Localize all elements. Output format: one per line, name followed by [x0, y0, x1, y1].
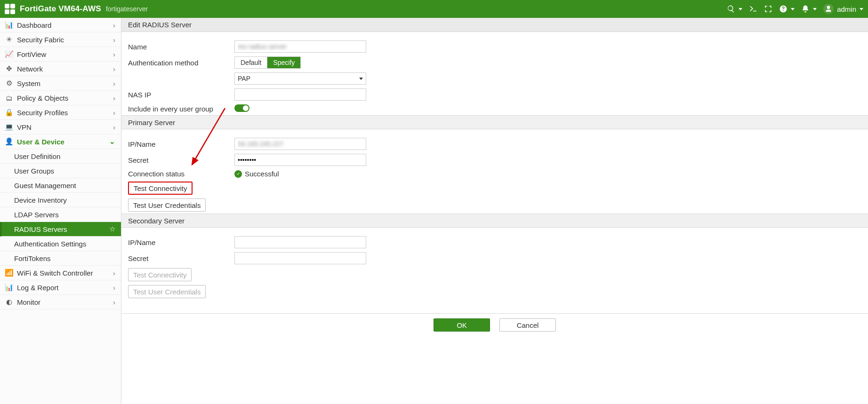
user-menu[interactable]: admin — [823, 4, 863, 14]
success-check-icon — [234, 170, 242, 178]
network-icon: ✥ — [5, 64, 13, 73]
sidebar-sub-label: Guest Management — [14, 182, 76, 190]
sidebar-label: FortiView — [17, 50, 109, 58]
sidebar-label: Monitor — [17, 298, 109, 306]
dashboard-icon: 📊 — [5, 21, 13, 29]
search-icon[interactable] — [727, 5, 742, 13]
chevron-right-icon: › — [113, 65, 115, 73]
sidebar-item-vpn[interactable]: 💻 VPN › — [0, 120, 121, 135]
wifi-icon: 📶 — [5, 269, 13, 277]
sidebar-item-system[interactable]: ⚙ System › — [0, 76, 121, 91]
sidebar-item-policy[interactable]: 🗂 Policy & Objects › — [0, 91, 121, 105]
sidebar-sub-radius-servers[interactable]: RADIUS Servers ☆ — [0, 222, 121, 237]
primary-conn-status-value: Successful — [234, 170, 385, 178]
lock-icon: 🔒 — [5, 108, 13, 117]
favorite-star-icon[interactable]: ☆ — [109, 225, 115, 233]
secondary-ip-label: IP/Name — [128, 238, 232, 246]
primary-secret-input[interactable] — [234, 154, 366, 166]
chevron-right-icon: › — [113, 79, 115, 87]
primary-server-header: Primary Server — [121, 115, 868, 129]
sidebar-sub-ldap-servers[interactable]: LDAP Servers — [0, 207, 121, 222]
secondary-test-connectivity-button[interactable]: Test Connectivity — [128, 268, 192, 281]
sidebar-label: Policy & Objects — [17, 94, 109, 102]
laptop-icon: 💻 — [5, 123, 13, 131]
sidebar-label: Security Fabric — [17, 36, 109, 44]
sidebar-item-security-profiles[interactable]: 🔒 Security Profiles › — [0, 105, 121, 120]
sidebar-sub-guest-management[interactable]: Guest Management — [0, 178, 121, 193]
product-name: FortiGate VM64-AWS — [20, 4, 101, 14]
auth-method-specify[interactable]: Specify — [267, 57, 300, 68]
sidebar-item-wifi[interactable]: 📶 WiFi & Switch Controller › — [0, 266, 121, 280]
nas-ip-label: NAS IP — [128, 91, 232, 99]
sidebar-sub-label: User Groups — [14, 167, 54, 175]
auth-method-default[interactable]: Default — [235, 57, 267, 68]
chevron-right-icon: › — [113, 36, 115, 44]
sidebar-sub-label: FortiTokens — [14, 254, 51, 262]
sidebar-sub-label: Device Inventory — [14, 196, 67, 204]
chevron-right-icon: › — [113, 50, 115, 58]
sidebar-sub-label: LDAP Servers — [14, 211, 59, 219]
chevron-right-icon: › — [113, 109, 115, 117]
chart-icon: 📈 — [5, 50, 13, 58]
gear-icon: ⚙ — [5, 79, 13, 87]
fullscreen-icon[interactable] — [764, 5, 772, 13]
chevron-right-icon: › — [113, 123, 115, 131]
sidebar-item-user-device[interactable]: 👤 User & Device ⌄ — [0, 135, 121, 149]
hostname: fortigateserver — [106, 5, 148, 13]
primary-ip-label: IP/Name — [128, 140, 232, 148]
sidebar-label: Log & Report — [17, 284, 109, 292]
sidebar-label: VPN — [17, 123, 109, 131]
page-title: Edit RADIUS Server — [121, 18, 868, 32]
secondary-test-user-button[interactable]: Test User Credentials — [128, 285, 206, 298]
bar-chart-icon: 📊 — [5, 283, 13, 292]
sidebar-item-fortiview[interactable]: 📈 FortiView › — [0, 47, 121, 62]
sidebar-sub-label: User Definition — [14, 152, 60, 160]
name-input[interactable] — [234, 40, 366, 53]
avatar-icon — [823, 4, 834, 14]
cancel-button[interactable]: Cancel — [499, 318, 556, 332]
primary-test-user-button[interactable]: Test User Credentials — [128, 198, 206, 212]
policy-icon: 🗂 — [5, 94, 13, 102]
primary-secret-label: Secret — [128, 156, 232, 164]
sidebar-label: Security Profiles — [17, 109, 109, 117]
topbar-actions: admin — [727, 4, 863, 14]
sidebar-sub-fortitokens[interactable]: FortiTokens — [0, 251, 121, 266]
fortinet-logo-icon — [5, 4, 15, 14]
secondary-secret-input[interactable] — [234, 252, 366, 264]
cli-icon[interactable] — [749, 5, 757, 13]
sidebar-label: Dashboard — [17, 21, 109, 29]
sidebar-item-dashboard[interactable]: 📊 Dashboard › — [0, 18, 121, 32]
primary-ip-input[interactable] — [234, 138, 366, 150]
chevron-right-icon: › — [113, 298, 115, 306]
sidebar-label: WiFi & Switch Controller — [17, 269, 109, 277]
sidebar-item-network[interactable]: ✥ Network › — [0, 62, 121, 76]
user-icon: 👤 — [5, 137, 13, 146]
secondary-server-header: Secondary Server — [121, 214, 868, 228]
chevron-right-icon: › — [113, 269, 115, 277]
primary-test-connectivity-button[interactable]: Test Connectivity — [128, 182, 193, 195]
sidebar-sub-user-definition[interactable]: User Definition — [0, 149, 121, 164]
secondary-ip-input[interactable] — [234, 236, 366, 248]
sidebar-label: System — [17, 79, 109, 87]
sidebar-item-security-fabric[interactable]: ✳ Security Fabric › — [0, 32, 121, 47]
include-group-toggle[interactable] — [234, 104, 249, 112]
auth-protocol-value: PAP — [238, 75, 250, 82]
top-bar: FortiGate VM64-AWS fortigateserver admin — [0, 0, 868, 18]
help-icon[interactable] — [779, 5, 795, 13]
sidebar-item-monitor[interactable]: ◐ Monitor › — [0, 295, 121, 309]
sidebar-item-log[interactable]: 📊 Log & Report › — [0, 280, 121, 295]
sidebar-label: Network — [17, 65, 109, 73]
name-label: Name — [128, 43, 232, 51]
sidebar-sub-device-inventory[interactable]: Device Inventory — [0, 193, 121, 207]
notifications-icon[interactable] — [801, 5, 817, 13]
sidebar-sub-label: RADIUS Servers — [14, 225, 67, 233]
username-label: admin — [837, 5, 856, 13]
main-panel: Edit RADIUS Server Name Authentication m… — [121, 18, 868, 404]
sidebar-sub-auth-settings[interactable]: Authentication Settings — [0, 237, 121, 251]
ok-button[interactable]: OK — [434, 318, 490, 332]
fabric-icon: ✳ — [5, 35, 13, 44]
auth-protocol-select[interactable]: PAP — [234, 72, 366, 85]
nas-ip-input[interactable] — [234, 88, 366, 101]
sidebar-sub-user-groups[interactable]: User Groups — [0, 164, 121, 178]
sidebar-label: User & Device — [17, 138, 105, 146]
